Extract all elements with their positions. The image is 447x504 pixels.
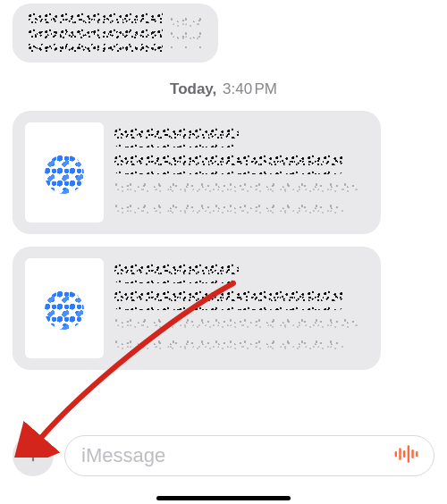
- timestamp-label: Today, 3:40 PM: [0, 80, 447, 98]
- redacted-text: [170, 16, 202, 48]
- redacted-text: [29, 13, 163, 52]
- redacted-text: [114, 181, 358, 196]
- timestamp-day: Today,: [170, 80, 216, 97]
- attachment-thumbnail: [25, 258, 104, 358]
- attachment-thumbnail: [25, 122, 104, 223]
- incoming-attachment-bubble[interactable]: [13, 111, 381, 234]
- plus-icon: [23, 444, 43, 467]
- message-composer: iMessage: [0, 431, 447, 481]
- incoming-message-bubble[interactable]: [13, 4, 218, 63]
- message-input[interactable]: iMessage: [64, 435, 434, 476]
- incoming-attachment-bubble[interactable]: [13, 247, 381, 370]
- message-input-placeholder: iMessage: [81, 444, 165, 467]
- audio-message-button[interactable]: [389, 438, 425, 474]
- attachment-info: [114, 128, 368, 217]
- redacted-text: [114, 264, 239, 283]
- add-attachment-button[interactable]: [13, 435, 54, 476]
- redacted-text: [114, 128, 239, 147]
- redacted-thumbnail: [45, 155, 84, 194]
- redacted-text: [114, 290, 343, 310]
- messages-screen: Today, 3:40 PM: [0, 4, 447, 504]
- audio-waveform-icon: [393, 444, 420, 467]
- home-indicator[interactable]: [156, 496, 291, 500]
- attachment-info: [114, 264, 368, 353]
- redacted-text: [114, 203, 343, 217]
- redacted-text: [114, 155, 343, 174]
- redacted-text: [114, 339, 343, 353]
- redacted-thumbnail: [45, 290, 84, 330]
- timestamp-time: 3:40 PM: [223, 80, 277, 97]
- redacted-text: [114, 317, 358, 332]
